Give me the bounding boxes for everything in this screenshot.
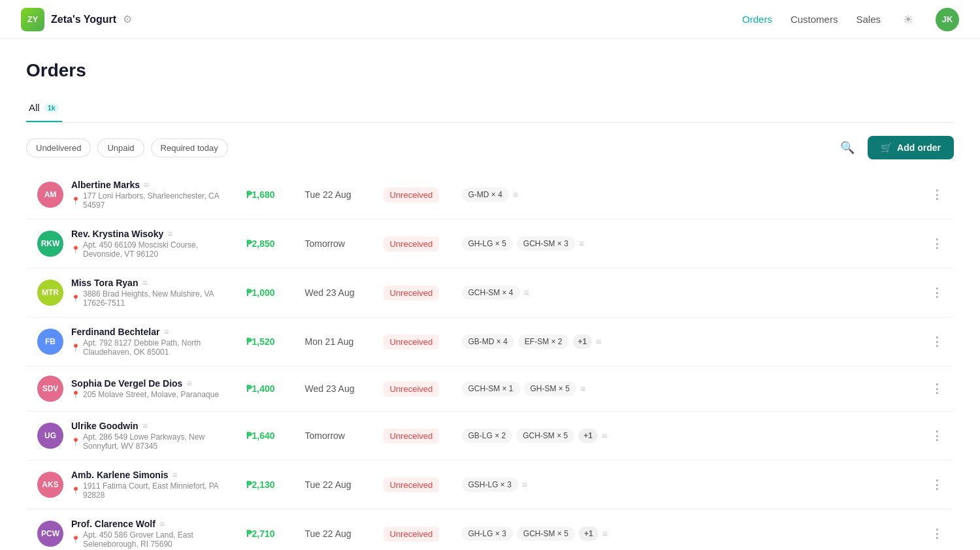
more-actions-cell: ⋮ [921, 170, 954, 219]
expand-products-icon[interactable]: ≡ [602, 528, 608, 539]
location-icon: 📍 [71, 487, 80, 495]
customer-info: Ulrike Goodwin ≡ 📍 Apt. 286 549 Lowe Par… [71, 421, 225, 451]
status-badge: Unreceived [384, 429, 440, 444]
expand-products-icon[interactable]: ≡ [596, 336, 601, 347]
more-actions-cell: ⋮ [921, 412, 954, 461]
more-actions-button[interactable]: ⋮ [931, 526, 943, 541]
more-actions-cell: ⋮ [921, 268, 954, 317]
filter-undelivered[interactable]: Undelivered [26, 138, 91, 157]
gear-icon[interactable]: ⚙ [123, 13, 132, 25]
more-actions-button[interactable]: ⋮ [931, 381, 943, 396]
date-cell: Tomorrow [295, 412, 373, 461]
table-row: AM Albertine Marks ≡ 📍 177 Loni Harbors,… [27, 170, 954, 219]
order-lines-icon[interactable]: ≡ [163, 327, 169, 337]
order-amount: ₱2,850 [246, 238, 275, 249]
amount-cell: ₱1,400 [236, 366, 295, 412]
product-tags: GSH-LG × 3≡ [462, 477, 911, 492]
more-products-tag[interactable]: +1 [573, 334, 593, 349]
avatar: PCW [37, 521, 63, 547]
order-lines-icon[interactable]: ≡ [186, 378, 191, 389]
more-actions-button[interactable]: ⋮ [931, 429, 943, 443]
more-actions-button[interactable]: ⋮ [931, 187, 943, 202]
location-icon: 📍 [71, 536, 80, 544]
filter-unpaid[interactable]: Unpaid [97, 138, 144, 157]
brand-name: Zeta's Yogurt [51, 14, 116, 25]
order-amount: ₱1,400 [246, 383, 275, 394]
amount-cell: ₱1,640 [236, 412, 295, 461]
expand-products-icon[interactable]: ≡ [602, 430, 607, 441]
product-tags: GB-LG × 2GCH-SM × 5+1≡ [462, 429, 911, 443]
more-actions-button[interactable]: ⋮ [931, 236, 943, 251]
tab-all-label: All [29, 102, 40, 113]
more-actions-button[interactable]: ⋮ [931, 477, 943, 492]
customer-cell: AKS Amb. Karlene Simonis ≡ 📍 1911 Fatima… [27, 461, 236, 510]
customer-cell: UG Ulrike Goodwin ≡ 📍 Apt. 286 549 Lowe … [27, 412, 236, 461]
amount-cell: ₱2,710 [236, 510, 295, 551]
order-lines-icon[interactable]: ≡ [172, 470, 178, 480]
order-date: Mon 21 Aug [305, 336, 354, 347]
customer-name: Prof. Clarence Wolf ≡ [71, 519, 225, 529]
order-amount: ₱1,640 [246, 430, 275, 441]
nav-sales[interactable]: Sales [856, 14, 881, 25]
more-products-tag[interactable]: +1 [578, 429, 598, 443]
expand-products-icon[interactable]: ≡ [580, 383, 585, 394]
customer-name: Miss Tora Ryan ≡ [71, 278, 225, 288]
status-cell: Unreceived [373, 170, 451, 219]
status-badge: Unreceived [384, 334, 440, 349]
order-lines-icon[interactable]: ≡ [142, 278, 147, 288]
expand-products-icon[interactable]: ≡ [522, 479, 527, 490]
nav-customers[interactable]: Customers [791, 14, 838, 25]
expand-products-icon[interactable]: ≡ [513, 189, 518, 200]
table-row: FB Ferdinand Bechtelar ≡ 📍 Apt. 792 8127… [27, 317, 954, 366]
filter-required-today[interactable]: Required today [151, 138, 228, 157]
more-actions-button[interactable]: ⋮ [931, 334, 943, 349]
theme-toggle-icon[interactable]: ☀ [899, 10, 917, 29]
products-cell: GB-LG × 2GCH-SM × 5+1≡ [451, 412, 921, 461]
product-tag: GH-LG × 3 [462, 526, 513, 541]
status-cell: Unreceived [373, 219, 451, 268]
order-date: Tue 22 Aug [305, 189, 351, 200]
search-button[interactable]: 🔍 [836, 137, 858, 159]
product-tag: GCH-SM × 5 [517, 526, 575, 541]
customer-name: Rev. Krystina Wisoky ≡ [71, 229, 225, 239]
product-tag: EF-SM × 2 [518, 334, 569, 349]
cart-icon: 🛒 [881, 142, 892, 153]
user-avatar[interactable]: JK [936, 8, 959, 31]
products-cell: GSH-LG × 3≡ [451, 461, 921, 510]
add-order-button[interactable]: 🛒 Add order [868, 136, 954, 159]
status-cell: Unreceived [373, 268, 451, 317]
product-tag: GCH-SM × 5 [516, 429, 574, 443]
products-cell: GB-MD × 4EF-SM × 2+1≡ [451, 317, 921, 366]
more-actions-button[interactable]: ⋮ [931, 285, 943, 300]
status-badge: Unreceived [384, 526, 440, 542]
table-row: MTR Miss Tora Ryan ≡ 📍 3886 Brad Heights… [27, 268, 954, 317]
customer-name: Sophia De Vergel De Dios ≡ [71, 378, 219, 389]
customer-cell: AM Albertine Marks ≡ 📍 177 Loni Harbors,… [27, 170, 236, 219]
avatar: AM [37, 182, 63, 208]
expand-products-icon[interactable]: ≡ [579, 238, 584, 249]
customer-address: 📍 Apt. 286 549 Lowe Parkways, New Sonnyf… [71, 432, 225, 451]
more-products-tag[interactable]: +1 [579, 526, 598, 541]
customer-address: 📍 177 Loni Harbors, Sharleenchester, CA … [71, 191, 225, 210]
product-tag: GH-LG × 5 [462, 236, 513, 251]
location-icon: 📍 [71, 438, 80, 446]
expand-products-icon[interactable]: ≡ [524, 287, 529, 298]
product-tag: GCH-SM × 4 [462, 285, 520, 300]
nav-orders[interactable]: Orders [742, 14, 772, 25]
product-tag: GCH-SM × 1 [462, 381, 520, 396]
order-lines-icon[interactable]: ≡ [144, 180, 149, 190]
order-lines-icon[interactable]: ≡ [142, 421, 148, 431]
order-lines-icon[interactable]: ≡ [159, 519, 165, 529]
tab-all[interactable]: All 1k [26, 97, 62, 122]
date-cell: Tue 22 Aug [295, 461, 373, 510]
more-actions-cell: ⋮ [921, 510, 954, 551]
customer-cell: MTR Miss Tora Ryan ≡ 📍 3886 Brad Heights… [27, 268, 236, 317]
order-lines-icon[interactable]: ≡ [167, 229, 172, 239]
customer-info: Rev. Krystina Wisoky ≡ 📍 Apt. 450 66109 … [71, 229, 225, 259]
avatar: SDV [37, 376, 63, 402]
status-cell: Unreceived [373, 510, 451, 551]
products-cell: GCH-SM × 4≡ [451, 268, 921, 317]
order-amount: ₱2,710 [246, 528, 275, 539]
product-tag: GB-MD × 4 [462, 334, 514, 349]
customer-info: Albertine Marks ≡ 📍 177 Loni Harbors, Sh… [71, 180, 225, 210]
